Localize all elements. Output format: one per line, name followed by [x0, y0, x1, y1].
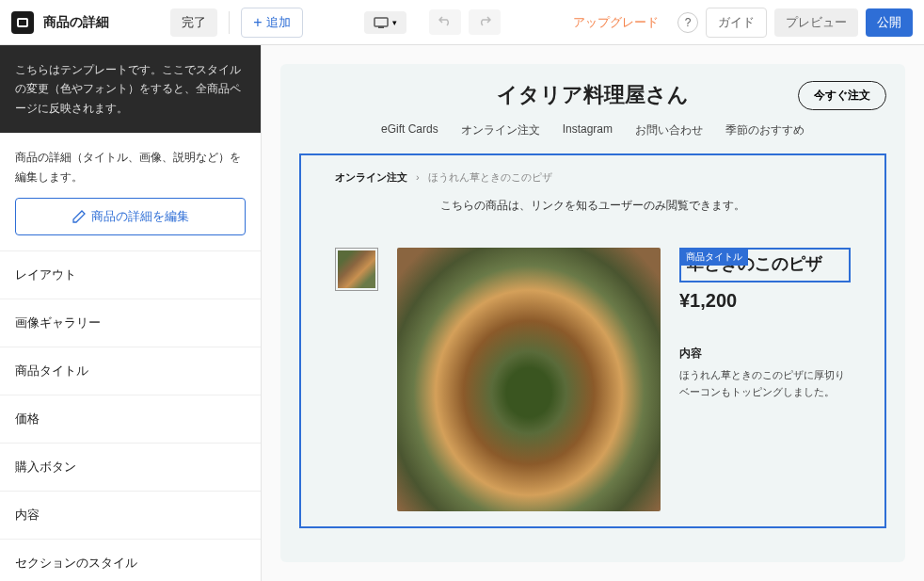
desktop-icon: [374, 17, 389, 28]
edit-details-button[interactable]: 商品の詳細を編集: [15, 198, 246, 235]
redo-button[interactable]: [469, 9, 501, 35]
plus-icon: +: [253, 14, 262, 31]
thumbnail-1[interactable]: [335, 248, 378, 291]
done-button[interactable]: 完了: [170, 8, 217, 37]
sidebar-item-gallery[interactable]: 画像ギャラリー: [0, 299, 261, 347]
breadcrumb-main[interactable]: オンライン注文: [335, 171, 407, 183]
undo-icon: [438, 15, 452, 26]
sidebar-item-layout[interactable]: レイアウト: [0, 251, 261, 299]
divider: [229, 11, 230, 34]
content-label: 内容: [679, 346, 851, 362]
product-title-element[interactable]: 商品タイトル 草ときのこのピザ: [679, 248, 851, 282]
guide-button[interactable]: ガイド: [706, 8, 767, 38]
upgrade-button[interactable]: アップグレード: [562, 8, 670, 37]
element-type-icon: [11, 11, 34, 34]
product-main-image[interactable]: [397, 248, 661, 511]
svg-rect-0: [374, 18, 388, 26]
template-note: こちらはテンプレートです。ここでスタイルの変更（色やフォント）をすると、全商品ペ…: [0, 45, 261, 133]
svg-rect-1: [378, 26, 384, 28]
nav-seasonal[interactable]: 季節のおすすめ: [725, 122, 805, 138]
undo-button[interactable]: [429, 9, 461, 35]
site-nav: eGift Cards オンライン注文 Instagram お問い合わせ 季節の…: [299, 122, 886, 138]
edit-description: 商品の詳細（タイトル、画像、説明など）を編集します。: [15, 148, 246, 186]
canvas-area[interactable]: イタリア料理屋さん 今すぐ注文 eGift Cards オンライン注文 Inst…: [262, 45, 924, 581]
add-button[interactable]: +追加: [241, 8, 302, 38]
preview-button[interactable]: プレビュー: [774, 8, 858, 37]
chevron-right-icon: ›: [416, 171, 420, 183]
sidebar-item-content[interactable]: 内容: [0, 492, 261, 540]
panel-title: 商品の詳細: [43, 14, 109, 31]
content-text: ほうれん草ときのこのピザに厚切りベーコンもトッピングしました。: [679, 367, 851, 400]
sidebar-item-buy-button[interactable]: 購入ボタン: [0, 444, 261, 492]
redo-icon: [478, 15, 491, 26]
help-button[interactable]: ?: [677, 12, 698, 33]
product-section[interactable]: オンライン注文 › ほうれん草ときのこのピザ こちらの商品は、リンクを知るユーザ…: [299, 153, 886, 528]
element-tag: 商品タイトル: [680, 249, 748, 266]
breadcrumb-current: ほうれん草ときのこのピザ: [428, 171, 552, 183]
nav-egift[interactable]: eGift Cards: [381, 122, 438, 138]
chevron-down-icon: ▾: [392, 18, 397, 27]
sidebar-item-section-style[interactable]: セクションのスタイル: [0, 540, 261, 581]
nav-instagram[interactable]: Instagram: [563, 122, 613, 138]
pencil-icon: [72, 210, 86, 223]
sidebar-item-title[interactable]: 商品タイトル: [0, 347, 261, 395]
device-selector[interactable]: ▾: [364, 11, 406, 34]
visibility-notice: こちらの商品は、リンクを知るユーザーのみ閲覧できます。: [335, 198, 851, 214]
publish-button[interactable]: 公開: [866, 8, 913, 37]
nav-online-order[interactable]: オンライン注文: [461, 122, 540, 138]
order-now-button[interactable]: 今すぐ注文: [798, 81, 886, 110]
sidebar-item-price[interactable]: 価格: [0, 395, 261, 444]
breadcrumb: オンライン注文 › ほうれん草ときのこのピザ: [335, 170, 851, 185]
product-price: ¥1,200: [679, 290, 851, 312]
nav-contact[interactable]: お問い合わせ: [635, 122, 703, 138]
